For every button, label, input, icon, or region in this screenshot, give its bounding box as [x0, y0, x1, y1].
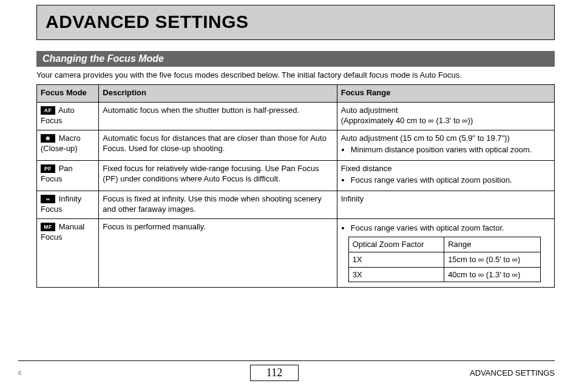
pf-icon: PF: [41, 164, 55, 173]
range-bullets: Minimum distance position varies with op…: [341, 144, 550, 155]
mode-label: Macro: [59, 133, 81, 143]
zoom-range-table: Optical Zoom Factor Range 1X 15cm to ∞ (…: [348, 237, 541, 282]
table-row: PF Pan Focus Fixed focus for relatively …: [37, 160, 555, 191]
th-description: Description: [99, 85, 337, 103]
macro-icon: ❀: [41, 134, 55, 143]
page-title: ADVANCED SETTINGS: [46, 12, 546, 32]
inner-cell: 3X: [348, 267, 444, 282]
range-bullets: Focus range varies with optical zoom pos…: [341, 175, 550, 186]
range-text: (Approximately 40 cm to ∞ (1.3' to ∞)): [341, 116, 473, 125]
mode-label: Focus: [41, 232, 62, 242]
footer-left: C: [18, 370, 115, 376]
mode-label: Manual: [59, 222, 85, 231]
mode-description: Focus is performed manually.: [99, 218, 337, 287]
mode-label: Focus: [41, 116, 62, 125]
th-focus-mode: Focus Mode: [37, 85, 99, 103]
range-text: Infinity: [337, 191, 554, 218]
table-row: ∞ Infinity Focus Focus is fixed at infin…: [37, 191, 555, 218]
range-text: Fixed distance: [341, 164, 392, 173]
mode-description: Automatic focus when the shutter button …: [99, 102, 337, 130]
mode-label: Infinity: [59, 194, 82, 203]
table-header-row: Focus Mode Description Focus Range: [37, 85, 555, 103]
mf-icon: MF: [41, 223, 55, 231]
infinity-icon: ∞: [41, 195, 55, 203]
page-footer: C 112 ADVANCED SETTINGS: [18, 360, 555, 381]
section-heading-focus-mode: Changing the Focus Mode: [36, 51, 555, 67]
mode-label: Auto: [58, 106, 75, 115]
inner-cell: 40cm to ∞ (1.3' to ∞): [444, 267, 541, 282]
focus-modes-table: Focus Mode Description Focus Range AF Au…: [36, 84, 555, 288]
mode-description: Automatic focus for distances that are c…: [99, 130, 337, 160]
range-text: Auto adjustment (15 cm to 50 cm (5.9" to…: [341, 133, 510, 143]
page-title-band: ADVANCED SETTINGS: [36, 5, 555, 40]
footer-section: ADVANCED SETTINGS: [433, 368, 555, 377]
inner-cell: 1X: [348, 252, 444, 268]
mode-description: Fixed focus for relatively wide-range fo…: [99, 160, 337, 191]
inner-th-range: Range: [444, 237, 541, 252]
mode-label: Pan: [59, 164, 73, 173]
table-row: AF Auto Focus Automatic focus when the s…: [37, 102, 555, 130]
mode-label: Focus: [41, 204, 62, 214]
inner-cell: 15cm to ∞ (0.5' to ∞): [444, 252, 541, 268]
range-text: Auto adjustment: [341, 106, 398, 115]
intro-paragraph: Your camera provides you with the five f…: [36, 70, 555, 79]
range-bullet: Focus range varies with optical zoom fac…: [351, 223, 550, 234]
range-bullet: Focus range varies with optical zoom pos…: [351, 175, 550, 186]
af-icon: AF: [41, 106, 55, 115]
inner-th-zoom: Optical Zoom Factor: [348, 237, 444, 252]
mode-label: Focus: [41, 174, 62, 183]
th-focus-range: Focus Range: [337, 85, 554, 103]
table-row: MF Manual Focus Focus is performed manua…: [37, 218, 555, 287]
mode-label: (Close-up): [41, 144, 78, 153]
table-row: ❀ Macro (Close-up) Automatic focus for d…: [37, 130, 555, 160]
range-bullets: Focus range varies with optical zoom fac…: [341, 223, 550, 234]
mode-description: Focus is fixed at infinity. Use this mod…: [99, 191, 337, 218]
footer-rule: [18, 360, 555, 361]
range-bullet: Minimum distance position varies with op…: [351, 144, 550, 155]
page-number: 112: [250, 365, 299, 381]
